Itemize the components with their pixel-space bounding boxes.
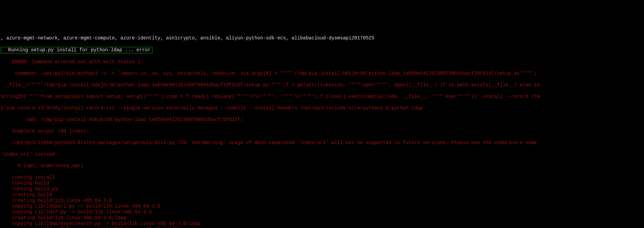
error-line: Complete output (85 lines): [1,128,643,134]
error-line: cwd: /tmp/pip-install-hdkjbr58/python-ld… [1,117,643,123]
error-line: StringIO('"'"'from setuptools import set… [1,94,643,100]
error-line: /opt/py3/lib64/python3.6/site-packages/s… [1,140,643,146]
build-line: running build [1,180,643,186]
error-line: 'index_url' instead [1,152,643,157]
build-line: copying Lib/ldap/filter.py -> build/lib.… [1,227,643,228]
package-list-line: , azure-mgmt-network, azure-mgmt-compute… [1,35,643,41]
build-line: creating build/lib.linux-x86_64-3.6 [1,198,643,204]
build-line: copying Lib/ldif.py -> build/lib.linux-x… [1,209,643,215]
build-line: copying Lib/ldap/asyncsearch.py -> build… [1,221,643,227]
highlight-box: Running setup.py install for python-ldap… [1,47,152,53]
setup-error-line: Running setup.py install for python-ldap… [1,47,643,53]
build-line: running build_py [1,186,643,192]
error-line: __file__='"'"'/tmp/pip-install-hdkjbr58/… [1,82,643,88]
build-line: running install [1,175,643,180]
build-line: creating build/lib.linux-x86_64-3.6/ldap [1,215,643,221]
terminal-output[interactable]: , azure-mgmt-network, azure-mgmt-compute… [0,29,644,228]
build-line: creating build [1,192,643,198]
error-line: ERROR: Command errored out with exit sta… [1,59,643,65]
error-line: % (opt, underscore_opt) [1,163,643,169]
error-line: p/pip-record-v3r9c56y/install-record.txt… [1,105,643,111]
error-line: command: /opt/py3/bin/python3 -u -c 'imp… [1,71,643,76]
build-line: copying Lib/ldapurl.py -> build/lib.linu… [1,204,643,209]
